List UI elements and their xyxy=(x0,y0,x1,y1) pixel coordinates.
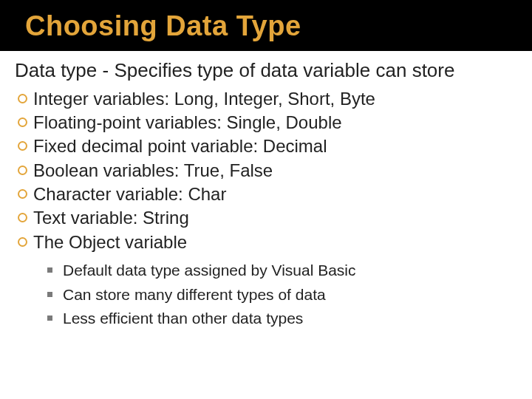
list-item: Fixed decimal point variable: Decimal xyxy=(18,134,517,158)
list-item: Can store many different types of data xyxy=(47,283,517,307)
circle-bullet-icon xyxy=(18,94,27,103)
square-bullet-icon xyxy=(47,292,52,297)
circle-bullet-icon xyxy=(18,237,27,247)
sub-bullet-text: Less efficient than other data types xyxy=(63,307,303,331)
list-item: Floating-point variables: Single, Double xyxy=(18,111,517,134)
lead-text: Data type - Specifies type of data varia… xyxy=(15,58,517,83)
bullet-list: Integer variables: Long, Integer, Short,… xyxy=(15,87,517,255)
bullet-text: The Object variable xyxy=(33,231,187,254)
list-item: Text variable: String xyxy=(18,206,517,230)
circle-bullet-icon xyxy=(18,166,27,175)
list-item: Less efficient than other data types xyxy=(47,307,517,331)
sub-bullet-text: Default data type assigned by Visual Bas… xyxy=(63,259,356,283)
list-item: Character variable: Char xyxy=(18,183,517,206)
square-bullet-icon xyxy=(47,267,52,273)
circle-bullet-icon xyxy=(18,141,27,151)
title-band: Choosing Data Type xyxy=(0,0,532,51)
square-bullet-icon xyxy=(47,316,52,321)
bullet-text: Character variable: Char xyxy=(33,183,226,206)
list-item: The Object variable xyxy=(18,231,517,254)
bullet-text: Boolean variables: True, False xyxy=(33,159,273,183)
circle-bullet-icon xyxy=(18,117,27,127)
bullet-text: Integer variables: Long, Integer, Short,… xyxy=(33,87,375,111)
sub-bullet-text: Can store many different types of data xyxy=(63,283,326,307)
slide-content: Data type - Specifies type of data varia… xyxy=(0,51,532,331)
sub-bullet-list: Default data type assigned by Visual Bas… xyxy=(15,259,517,331)
bullet-text: Text variable: String xyxy=(33,206,189,230)
list-item: Integer variables: Long, Integer, Short,… xyxy=(18,87,517,111)
circle-bullet-icon xyxy=(18,189,27,199)
slide-title: Choosing Data Type xyxy=(25,10,532,42)
list-item: Default data type assigned by Visual Bas… xyxy=(47,259,517,283)
bullet-text: Fixed decimal point variable: Decimal xyxy=(33,134,327,158)
list-item: Boolean variables: True, False xyxy=(18,159,517,183)
circle-bullet-icon xyxy=(18,213,27,222)
bullet-text: Floating-point variables: Single, Double xyxy=(33,111,342,134)
